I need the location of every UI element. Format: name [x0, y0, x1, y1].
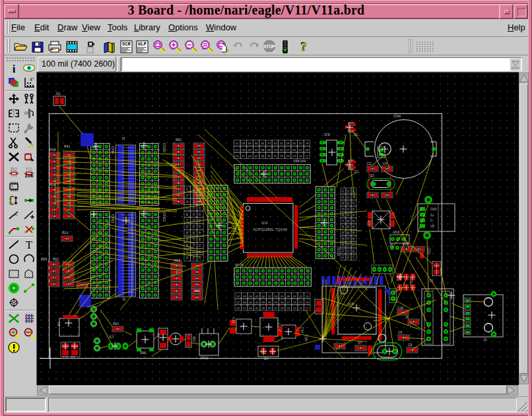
svg-text:10k: 10k [10, 173, 18, 178]
svg-text:30: 30 [280, 148, 283, 152]
svg-text:CN12: CN12 [162, 212, 166, 222]
svg-text:26: 26 [286, 154, 290, 158]
svg-text:34: 34 [185, 212, 189, 216]
svg-text:21: 21 [299, 148, 302, 152]
svg-text:51: 51 [236, 148, 239, 152]
svg-text:XCR3128XL-TQ144: XCR3128XL-TQ144 [253, 227, 288, 231]
svg-text:J5: J5 [389, 244, 393, 247]
svg-text:R65: R65 [194, 289, 200, 293]
svg-text:44: 44 [249, 307, 252, 310]
svg-text:J6: J6 [405, 316, 409, 319]
svg-text:CN4: CN4 [393, 114, 401, 118]
svg-text:26: 26 [192, 194, 195, 197]
svg-text:50: 50 [236, 154, 239, 158]
svg-text:40: 40 [341, 225, 345, 229]
svg-text:40: 40 [261, 142, 264, 145]
svg-text:39: 39 [261, 301, 265, 304]
svg-text:48: 48 [198, 237, 201, 241]
svg-text:36: 36 [198, 212, 201, 216]
svg-text:36: 36 [268, 301, 271, 304]
svg-text:22: 22 [341, 189, 345, 193]
svg-text:29: 29 [347, 201, 350, 204]
svg-text:36: 36 [352, 213, 355, 216]
svg-text:Q2: Q2 [370, 173, 374, 177]
svg-text:46: 46 [249, 295, 252, 298]
svg-text:C18: C18 [397, 307, 403, 310]
svg-text:38: 38 [261, 307, 265, 310]
svg-text:45: 45 [198, 231, 201, 235]
svg-text:31: 31 [281, 295, 284, 298]
svg-text:46: 46 [248, 142, 251, 145]
svg-text:44: 44 [192, 231, 195, 235]
svg-text:C14: C14 [300, 327, 304, 333]
svg-text:28: 28 [185, 200, 189, 203]
svg-text:42: 42 [352, 225, 355, 229]
svg-text:45: 45 [352, 231, 355, 235]
svg-text:41: 41 [255, 154, 258, 158]
svg-text:18: 18 [306, 301, 309, 304]
svg-text:4°: 4° [30, 77, 34, 82]
svg-text:IC4: IC4 [261, 221, 268, 225]
svg-text:29: 29 [280, 154, 283, 158]
svg-text:52: 52 [236, 142, 239, 145]
svg-text:17: 17 [305, 154, 308, 158]
svg-text:31: 31 [280, 142, 283, 145]
svg-text:17: 17 [306, 307, 309, 310]
svg-text:28: 28 [286, 142, 290, 145]
svg-text:29: 29 [281, 307, 284, 310]
svg-text:43: 43 [255, 142, 258, 145]
svg-text:42: 42 [198, 225, 201, 228]
svg-text:R2: R2 [11, 166, 18, 172]
svg-text:37: 37 [185, 219, 189, 222]
svg-text:33: 33 [273, 148, 277, 152]
svg-text:J11: J11 [55, 92, 61, 96]
svg-text:23: 23 [292, 154, 296, 158]
svg-text:41: 41 [192, 225, 195, 228]
svg-text:33: 33 [198, 206, 201, 210]
svg-text:52: 52 [341, 249, 345, 253]
svg-text:A3.8: A3.8 [393, 231, 399, 234]
svg-text:50: 50 [192, 244, 195, 247]
svg-text:21: 21 [299, 301, 302, 304]
svg-text:34: 34 [273, 142, 277, 145]
svg-text:R64: R64 [113, 322, 119, 326]
svg-text:STOP: STOP [263, 44, 275, 49]
svg-text:i: i [13, 63, 16, 75]
svg-text:C8: C8 [408, 343, 412, 347]
svg-text:27: 27 [286, 301, 290, 304]
svg-text:31: 31 [185, 206, 189, 210]
svg-text:LED2: LED2 [409, 276, 413, 283]
svg-text:31: 31 [341, 207, 345, 210]
svg-text:47: 47 [192, 237, 195, 241]
svg-text:47: 47 [242, 154, 245, 158]
svg-text:26: 26 [347, 195, 350, 198]
svg-text:D3: D3 [264, 357, 269, 361]
svg-text:32: 32 [192, 206, 195, 210]
svg-text:27: 27 [286, 148, 290, 152]
svg-text:36: 36 [267, 148, 271, 152]
svg-text:R81: R81 [176, 138, 182, 142]
svg-text:53: 53 [347, 249, 350, 253]
svg-text:39: 39 [352, 220, 355, 223]
svg-text:CN13: CN13 [200, 356, 209, 360]
svg-text:43: 43 [255, 295, 259, 298]
svg-text:51: 51 [198, 244, 201, 247]
svg-text:42: 42 [255, 148, 258, 152]
svg-text:C6: C6 [57, 322, 61, 326]
svg-text:25: 25 [185, 194, 189, 197]
svg-text:SCR: SCR [122, 42, 131, 47]
svg-text:23: 23 [293, 307, 296, 310]
svg-text:35: 35 [267, 154, 271, 158]
svg-text:20: 20 [299, 307, 302, 310]
svg-text:LED1: LED1 [396, 274, 399, 282]
svg-text:U98-144: U98-144 [293, 159, 306, 163]
svg-text:ULP: ULP [138, 42, 147, 47]
svg-text:44: 44 [347, 231, 350, 235]
svg-text:20: 20 [299, 154, 302, 158]
svg-text:41: 41 [347, 225, 350, 229]
svg-text:IC9: IC9 [324, 133, 330, 136]
svg-text:35: 35 [268, 307, 271, 310]
svg-text:41: 41 [255, 307, 259, 310]
svg-text:R2: R2 [26, 166, 33, 172]
svg-text:34: 34 [274, 295, 277, 298]
